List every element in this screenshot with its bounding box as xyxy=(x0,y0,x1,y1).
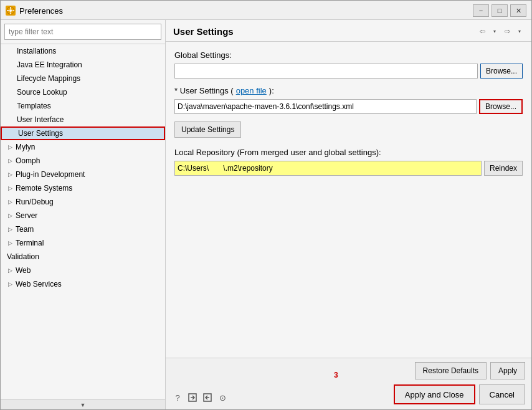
forward-button[interactable]: ⇨ xyxy=(500,25,514,37)
svg-point-1 xyxy=(9,9,12,12)
sidebar-item-plug-in-dev[interactable]: ▷ Plug-in Development xyxy=(1,168,165,181)
sidebar-item-remote-systems[interactable]: ▷ Remote Systems xyxy=(1,181,165,195)
apply-close-button[interactable]: Apply and Close xyxy=(394,384,475,404)
back-dropdown[interactable]: ▾ xyxy=(490,25,499,37)
export-icon-button[interactable] xyxy=(186,391,199,404)
sidebar-item-oomph[interactable]: ▷ Oomph xyxy=(1,154,165,168)
global-settings-row: Browse... xyxy=(174,64,523,79)
expand-icon: ▷ xyxy=(6,239,14,247)
expand-icon: ▷ xyxy=(6,211,14,220)
apply-close-cancel-row: ? xyxy=(166,382,531,409)
sidebar-item-user-settings[interactable]: User Settings xyxy=(1,126,165,140)
scroll-down-button[interactable]: ▼ xyxy=(1,399,165,409)
minimize-button[interactable]: − xyxy=(473,4,489,17)
sidebar-item-web-services[interactable]: ▷ Web Services xyxy=(1,277,165,291)
sidebar-item-templates[interactable]: Templates xyxy=(1,99,165,113)
sidebar-item-terminal[interactable]: ▷ Terminal xyxy=(1,236,165,250)
back-button[interactable]: ⇦ xyxy=(475,25,489,37)
content-header: User Settings ⇦ ▾ ⇨ ▾ xyxy=(166,20,531,42)
sidebar-item-java-ee[interactable]: Java EE Integration xyxy=(1,58,165,72)
window-title: Preferences xyxy=(19,6,473,16)
window-controls: − □ ✕ xyxy=(473,4,526,17)
badge-3: 3 xyxy=(334,371,338,379)
expand-icon: ▷ xyxy=(6,184,14,193)
import-icon-button[interactable] xyxy=(201,391,214,404)
preferences-window: Preferences − □ ✕ Installations Java EE … xyxy=(0,0,532,410)
local-repo-row: Reindex xyxy=(174,161,523,176)
restore-apply-row: Restore Defaults Apply xyxy=(166,358,531,382)
sidebar-item-mylyn[interactable]: ▷ Mylyn xyxy=(1,140,165,154)
sidebar-item-team[interactable]: ▷ Team xyxy=(1,222,165,236)
content-body: Global Settings: Browse... * User Settin… xyxy=(166,42,531,358)
app-icon xyxy=(6,6,16,16)
apply-button[interactable]: Apply xyxy=(490,362,525,379)
sidebar-item-installations[interactable]: Installations xyxy=(1,44,165,58)
user-settings-section-label: * User Settings (open file): xyxy=(174,86,523,95)
bottom-icons: ? xyxy=(166,391,234,409)
sidebar-item-server[interactable]: ▷ Server xyxy=(1,209,165,222)
sidebar-item-user-interface[interactable]: User Interface xyxy=(1,113,165,126)
restore-defaults-button[interactable]: Restore Defaults xyxy=(415,362,487,379)
sidebar: Installations Java EE Integration Lifecy… xyxy=(1,20,166,409)
maximize-button[interactable]: □ xyxy=(492,4,508,17)
main-area: Installations Java EE Integration Lifecy… xyxy=(1,20,531,409)
content-title: User Settings xyxy=(173,26,234,37)
global-settings-input[interactable] xyxy=(174,64,478,79)
expand-icon: ▷ xyxy=(6,143,14,151)
filter-input[interactable] xyxy=(4,24,161,40)
expand-icon: ▷ xyxy=(6,225,14,234)
user-settings-prefix: * User Settings ( xyxy=(174,86,234,95)
local-repo-input[interactable] xyxy=(174,161,482,176)
settings-icon-button[interactable]: ⊙ xyxy=(216,391,229,404)
user-settings-suffix: ): xyxy=(269,86,274,95)
sidebar-item-run-debug[interactable]: ▷ Run/Debug xyxy=(1,195,165,209)
sidebar-item-validation[interactable]: Validation xyxy=(1,250,165,264)
tree-area: Installations Java EE Integration Lifecy… xyxy=(1,44,165,399)
sidebar-item-lifecycle[interactable]: Lifecycle Mappings xyxy=(1,72,165,85)
sidebar-item-source-lookup[interactable]: Source Lookup xyxy=(1,85,165,99)
expand-icon: ▷ xyxy=(6,170,14,179)
expand-icon: ▷ xyxy=(6,280,14,288)
user-browse-button[interactable]: Browse... xyxy=(479,99,523,114)
forward-dropdown[interactable]: ▾ xyxy=(515,25,524,37)
expand-icon: ▷ xyxy=(6,156,14,165)
update-settings-button[interactable]: Update Settings xyxy=(174,122,241,138)
user-settings-input[interactable] xyxy=(174,99,477,114)
title-bar: Preferences − □ ✕ xyxy=(1,1,531,20)
user-settings-row: Browse... 2 xyxy=(174,99,523,114)
bottom-bar: Restore Defaults Apply ? xyxy=(166,358,531,409)
filter-box xyxy=(1,20,165,44)
expand-icon: ▷ xyxy=(6,198,14,206)
nav-arrows: ⇦ ▾ ⇨ ▾ xyxy=(475,25,524,37)
help-icon-button[interactable]: ? xyxy=(171,391,184,404)
global-browse-button[interactable]: Browse... xyxy=(480,64,523,79)
expand-icon: ▷ xyxy=(6,266,14,275)
content-area: User Settings ⇦ ▾ ⇨ ▾ Global Settings: B… xyxy=(166,20,531,409)
global-settings-label: Global Settings: xyxy=(174,50,523,60)
close-button[interactable]: ✕ xyxy=(510,4,526,17)
reindex-button[interactable]: Reindex xyxy=(484,161,523,176)
cancel-button[interactable]: Cancel xyxy=(479,384,525,404)
open-file-link[interactable]: open file xyxy=(236,86,267,95)
local-repo-label: Local Repository (From merged user and g… xyxy=(174,148,523,157)
sidebar-item-web[interactable]: ▷ Web xyxy=(1,264,165,277)
